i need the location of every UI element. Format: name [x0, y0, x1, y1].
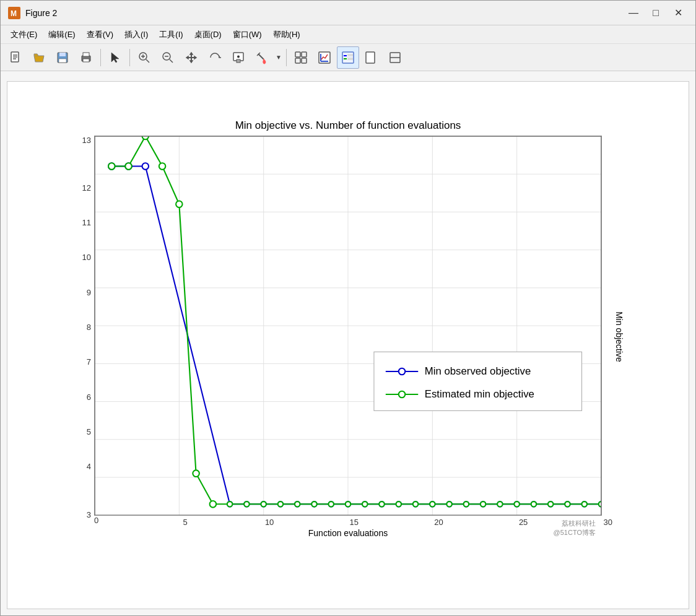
y-axis-label-text: Min objective: [614, 311, 624, 362]
x-spacer-4: 25: [433, 516, 518, 525]
menu-file[interactable]: 文件(E): [6, 27, 42, 42]
link-axes-button[interactable]: [290, 46, 312, 69]
y-tick-12: 12: [82, 170, 91, 205]
y-tick-8: 8: [87, 310, 91, 344]
svg-rect-8: [59, 59, 66, 63]
zoom-out-button[interactable]: [157, 46, 179, 69]
watermark-line2: @51CTO博客: [554, 528, 596, 537]
green-dot-9: [244, 501, 249, 506]
y-tick-5: 5: [87, 414, 91, 449]
y-tick-3: 3: [87, 484, 91, 519]
svg-line-18: [170, 59, 173, 63]
legend-label-green: Estimated min objective: [425, 388, 534, 400]
green-line: [111, 136, 601, 504]
menu-window[interactable]: 窗口(W): [228, 27, 267, 42]
y-tick-4: 4: [87, 449, 91, 484]
green-dot-11: [278, 501, 283, 506]
blue-line: [111, 166, 601, 504]
green-dot-15: [346, 501, 350, 506]
green-dot-1: [108, 163, 115, 170]
zoom-in-button[interactable]: [133, 46, 155, 69]
open-button[interactable]: [28, 46, 50, 69]
green-dot-17: [379, 501, 384, 506]
x-tick-30: 30: [604, 518, 612, 527]
show-plot-button[interactable]: [313, 46, 336, 69]
green-dot-25: [514, 501, 519, 506]
green-dot-19: [413, 501, 418, 506]
data-cursor-button[interactable]: [227, 46, 250, 69]
chart-svg: Min observed objective Estimated min obj…: [95, 136, 601, 515]
separator-3: [286, 49, 287, 66]
rotate-button[interactable]: [204, 46, 226, 69]
green-dot-6: [193, 470, 199, 477]
green-dot-24: [497, 501, 502, 506]
svg-rect-25: [295, 58, 300, 63]
x-spacer-0: 5: [94, 516, 179, 525]
blue-dot-3: [142, 163, 149, 170]
new-button[interactable]: [4, 46, 27, 69]
svg-rect-33: [347, 54, 353, 56]
watermark: 荔枝科研社 @51CTO博客: [554, 519, 596, 537]
green-dot-13: [311, 501, 316, 506]
svg-rect-23: [295, 52, 300, 57]
svg-text:M: M: [11, 9, 17, 18]
y-axis-label-right: Min objective: [602, 136, 636, 538]
pointer-button[interactable]: [104, 46, 126, 69]
legend-label-blue: Min observed objective: [425, 365, 531, 377]
menu-insert[interactable]: 插入(I): [120, 27, 153, 42]
brush-button[interactable]: [251, 46, 273, 69]
toolbar: ▼: [1, 44, 695, 71]
legend-box: [374, 352, 582, 410]
legend-blue-dot: [399, 368, 405, 375]
green-dot-21: [446, 501, 451, 506]
y-tick-13: 13: [82, 136, 91, 170]
save-button[interactable]: [51, 46, 74, 69]
figure-container: Min objective vs. Number of function eva…: [7, 81, 689, 609]
menu-bar: 文件(E) 编辑(E) 查看(V) 插入(I) 工具(I) 桌面(D) 窗口(W…: [1, 25, 695, 44]
minimize-button[interactable]: —: [624, 4, 643, 22]
menu-desktop[interactable]: 桌面(D): [189, 27, 227, 42]
watermark-line1: 荔枝科研社: [554, 519, 596, 528]
green-dot-4: [159, 163, 165, 170]
y-tick-11: 11: [82, 205, 91, 240]
annotation-button[interactable]: [384, 46, 406, 69]
menu-tools[interactable]: 工具(I): [154, 27, 188, 42]
green-dot-10: [261, 501, 266, 506]
pan-button[interactable]: [180, 46, 202, 69]
svg-point-20: [237, 55, 240, 58]
y-tick-10: 10: [82, 240, 91, 275]
menu-view[interactable]: 查看(V): [82, 27, 118, 42]
svg-rect-24: [302, 52, 307, 57]
close-button[interactable]: ✕: [668, 4, 688, 22]
menu-help[interactable]: 帮助(H): [268, 27, 305, 42]
colorbar-button[interactable]: [360, 46, 383, 69]
green-dot-22: [464, 501, 469, 506]
window-controls: — □ ✕: [624, 4, 688, 22]
chart-wrapper: Min objective vs. Number of function eva…: [60, 119, 636, 571]
separator-1: [100, 49, 101, 66]
svg-rect-7: [59, 53, 66, 56]
svg-rect-35: [366, 52, 375, 63]
svg-rect-34: [347, 58, 353, 60]
green-dot-14: [329, 501, 334, 506]
green-dot-27: [548, 501, 553, 506]
green-dot-20: [430, 501, 435, 506]
brush-dropdown-button[interactable]: ▼: [274, 46, 283, 69]
svg-line-15: [146, 59, 149, 63]
maximize-button[interactable]: □: [646, 4, 666, 22]
green-dot-16: [362, 501, 367, 506]
print-button[interactable]: [75, 46, 97, 69]
x-axis-ticks: 0 5 10 15: [94, 516, 602, 527]
green-dot-8: [227, 501, 232, 506]
chart-main: Min observed objective Estimated min obj…: [94, 136, 602, 538]
window-title: Figure 2: [25, 8, 624, 18]
legend-button[interactable]: [337, 46, 359, 69]
svg-rect-11: [83, 59, 89, 62]
title-bar: M Figure 2 — □ ✕: [1, 1, 695, 25]
green-dot-23: [481, 501, 485, 506]
menu-edit[interactable]: 编辑(E): [43, 27, 80, 42]
chart-plot-area: Min observed objective Estimated min obj…: [94, 136, 602, 516]
x-axis-label: Function evaluations: [94, 528, 602, 538]
separator-2: [129, 49, 130, 66]
green-dot-2: [125, 163, 131, 170]
